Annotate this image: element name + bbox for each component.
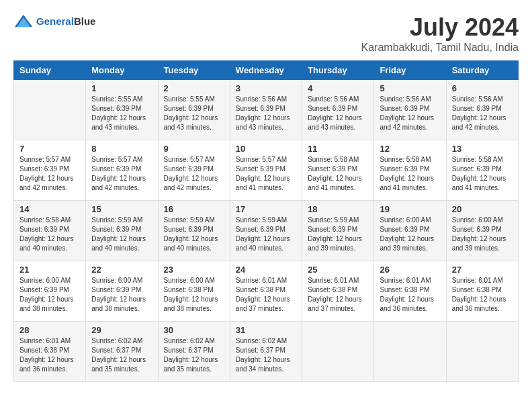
logo-blue: Blue: [74, 15, 96, 27]
day-number: 6: [452, 83, 513, 93]
calendar-week-1: 1Sunrise: 5:55 AM Sunset: 6:39 PM Daylig…: [14, 80, 519, 140]
calendar-cell: 17Sunrise: 5:59 AM Sunset: 6:39 PM Dayli…: [230, 201, 302, 261]
day-info: Sunrise: 6:01 AM Sunset: 6:38 PM Dayligh…: [452, 276, 513, 314]
calendar-cell: 18Sunrise: 5:59 AM Sunset: 6:39 PM Dayli…: [302, 201, 374, 261]
day-info: Sunrise: 5:56 AM Sunset: 6:39 PM Dayligh…: [380, 95, 440, 132]
calendar-cell: 27Sunrise: 6:01 AM Sunset: 6:38 PM Dayli…: [446, 261, 518, 322]
calendar-cell: 30Sunrise: 6:02 AM Sunset: 6:37 PM Dayli…: [158, 322, 230, 382]
calendar-cell: 29Sunrise: 6:02 AM Sunset: 6:37 PM Dayli…: [86, 322, 158, 382]
day-number: 19: [380, 204, 440, 214]
day-number: 27: [452, 265, 513, 275]
day-info: Sunrise: 5:55 AM Sunset: 6:39 PM Dayligh…: [91, 95, 152, 132]
main-title: July 2024: [361, 13, 519, 42]
calendar-cell: 2Sunrise: 5:55 AM Sunset: 6:39 PM Daylig…: [158, 80, 230, 140]
day-number: 13: [452, 144, 513, 154]
title-section: July 2024 Karambakkudi, Tamil Nadu, Indi…: [361, 13, 519, 54]
day-number: 5: [380, 83, 440, 93]
calendar-cell: 22Sunrise: 6:00 AM Sunset: 6:39 PM Dayli…: [86, 261, 158, 322]
day-number: 11: [308, 144, 368, 154]
day-number: 2: [164, 83, 224, 93]
calendar-cell: 20Sunrise: 6:00 AM Sunset: 6:39 PM Dayli…: [446, 201, 518, 261]
day-number: 25: [308, 265, 368, 275]
day-info: Sunrise: 5:58 AM Sunset: 6:39 PM Dayligh…: [19, 216, 80, 253]
day-number: 9: [164, 144, 224, 154]
calendar-week-2: 7Sunrise: 5:57 AM Sunset: 6:39 PM Daylig…: [14, 140, 519, 201]
day-info: Sunrise: 5:58 AM Sunset: 6:39 PM Dayligh…: [380, 155, 440, 193]
day-number: 1: [91, 83, 152, 93]
calendar-cell: 1Sunrise: 5:55 AM Sunset: 6:39 PM Daylig…: [86, 80, 158, 140]
day-info: Sunrise: 5:59 AM Sunset: 6:39 PM Dayligh…: [236, 216, 296, 253]
header-wednesday: Wednesday: [230, 61, 302, 80]
calendar-cell: 9Sunrise: 5:57 AM Sunset: 6:39 PM Daylig…: [158, 140, 230, 201]
day-number: 10: [236, 144, 296, 154]
day-info: Sunrise: 5:59 AM Sunset: 6:39 PM Dayligh…: [164, 216, 224, 253]
day-info: Sunrise: 6:00 AM Sunset: 6:39 PM Dayligh…: [380, 216, 440, 253]
day-info: Sunrise: 6:01 AM Sunset: 6:38 PM Dayligh…: [19, 336, 80, 374]
calendar-cell: 7Sunrise: 5:57 AM Sunset: 6:39 PM Daylig…: [14, 140, 86, 201]
day-number: 18: [308, 204, 368, 214]
calendar-cell: [446, 322, 518, 382]
calendar-cell: 28Sunrise: 6:01 AM Sunset: 6:38 PM Dayli…: [14, 322, 86, 382]
day-info: Sunrise: 6:02 AM Sunset: 6:37 PM Dayligh…: [91, 336, 152, 374]
day-info: Sunrise: 5:57 AM Sunset: 6:39 PM Dayligh…: [19, 155, 80, 193]
day-info: Sunrise: 5:59 AM Sunset: 6:39 PM Dayligh…: [308, 216, 368, 253]
day-number: 16: [164, 204, 224, 214]
calendar-cell: [14, 80, 86, 140]
calendar-cell: 25Sunrise: 6:01 AM Sunset: 6:38 PM Dayli…: [302, 261, 374, 322]
header-monday: Monday: [86, 61, 158, 80]
day-info: Sunrise: 5:56 AM Sunset: 6:39 PM Dayligh…: [308, 95, 368, 132]
day-info: Sunrise: 5:55 AM Sunset: 6:39 PM Dayligh…: [164, 95, 224, 132]
logo-icon: [13, 13, 34, 30]
header-friday: Friday: [374, 61, 446, 80]
calendar-cell: 24Sunrise: 6:01 AM Sunset: 6:38 PM Dayli…: [230, 261, 302, 322]
day-info: Sunrise: 6:00 AM Sunset: 6:39 PM Dayligh…: [452, 216, 513, 253]
day-info: Sunrise: 6:00 AM Sunset: 6:38 PM Dayligh…: [164, 276, 224, 314]
calendar-cell: 19Sunrise: 6:00 AM Sunset: 6:39 PM Dayli…: [374, 201, 446, 261]
calendar-cell: 16Sunrise: 5:59 AM Sunset: 6:39 PM Dayli…: [158, 201, 230, 261]
day-number: 12: [380, 144, 440, 154]
calendar-cell: 12Sunrise: 5:58 AM Sunset: 6:39 PM Dayli…: [374, 140, 446, 201]
day-info: Sunrise: 6:02 AM Sunset: 6:37 PM Dayligh…: [164, 336, 224, 374]
day-number: 26: [380, 265, 440, 275]
calendar-cell: 13Sunrise: 5:58 AM Sunset: 6:39 PM Dayli…: [446, 140, 518, 201]
day-number: 17: [236, 204, 296, 214]
day-number: 14: [19, 204, 80, 214]
day-info: Sunrise: 6:01 AM Sunset: 6:38 PM Dayligh…: [380, 276, 440, 314]
day-info: Sunrise: 5:56 AM Sunset: 6:39 PM Dayligh…: [452, 95, 513, 132]
calendar-cell: 26Sunrise: 6:01 AM Sunset: 6:38 PM Dayli…: [374, 261, 446, 322]
calendar-cell: 23Sunrise: 6:00 AM Sunset: 6:38 PM Dayli…: [158, 261, 230, 322]
calendar-cell: 21Sunrise: 6:00 AM Sunset: 6:39 PM Dayli…: [14, 261, 86, 322]
calendar-cell: 15Sunrise: 5:59 AM Sunset: 6:39 PM Dayli…: [86, 201, 158, 261]
day-info: Sunrise: 6:00 AM Sunset: 6:39 PM Dayligh…: [91, 276, 152, 314]
calendar-header-row: SundayMondayTuesdayWednesdayThursdayFrid…: [14, 61, 519, 80]
day-info: Sunrise: 6:01 AM Sunset: 6:38 PM Dayligh…: [236, 276, 296, 314]
day-info: Sunrise: 5:57 AM Sunset: 6:39 PM Dayligh…: [236, 155, 296, 193]
header-tuesday: Tuesday: [158, 61, 230, 80]
header-saturday: Saturday: [446, 61, 518, 80]
day-number: 21: [19, 265, 80, 275]
header-sunday: Sunday: [14, 61, 86, 80]
day-info: Sunrise: 6:00 AM Sunset: 6:39 PM Dayligh…: [19, 276, 80, 314]
header-thursday: Thursday: [302, 61, 374, 80]
subtitle: Karambakkudi, Tamil Nadu, India: [361, 42, 519, 54]
day-number: 28: [19, 325, 80, 335]
calendar-week-5: 28Sunrise: 6:01 AM Sunset: 6:38 PM Dayli…: [14, 322, 519, 382]
calendar-cell: [374, 322, 446, 382]
header: GeneralBlue July 2024 Karambakkudi, Tami…: [13, 13, 519, 54]
day-number: 3: [236, 83, 296, 93]
day-info: Sunrise: 5:57 AM Sunset: 6:39 PM Dayligh…: [91, 155, 152, 193]
day-number: 7: [19, 144, 80, 154]
calendar-cell: 8Sunrise: 5:57 AM Sunset: 6:39 PM Daylig…: [86, 140, 158, 201]
calendar-cell: 11Sunrise: 5:58 AM Sunset: 6:39 PM Dayli…: [302, 140, 374, 201]
day-number: 8: [91, 144, 152, 154]
day-info: Sunrise: 6:01 AM Sunset: 6:38 PM Dayligh…: [308, 276, 368, 314]
calendar-cell: 4Sunrise: 5:56 AM Sunset: 6:39 PM Daylig…: [302, 80, 374, 140]
day-info: Sunrise: 5:58 AM Sunset: 6:39 PM Dayligh…: [452, 155, 513, 193]
day-number: 24: [236, 265, 296, 275]
calendar-week-4: 21Sunrise: 6:00 AM Sunset: 6:39 PM Dayli…: [14, 261, 519, 322]
calendar-cell: 6Sunrise: 5:56 AM Sunset: 6:39 PM Daylig…: [446, 80, 518, 140]
calendar-week-3: 14Sunrise: 5:58 AM Sunset: 6:39 PM Dayli…: [14, 201, 519, 261]
day-number: 30: [164, 325, 224, 335]
calendar-cell: [302, 322, 374, 382]
day-number: 22: [91, 265, 152, 275]
